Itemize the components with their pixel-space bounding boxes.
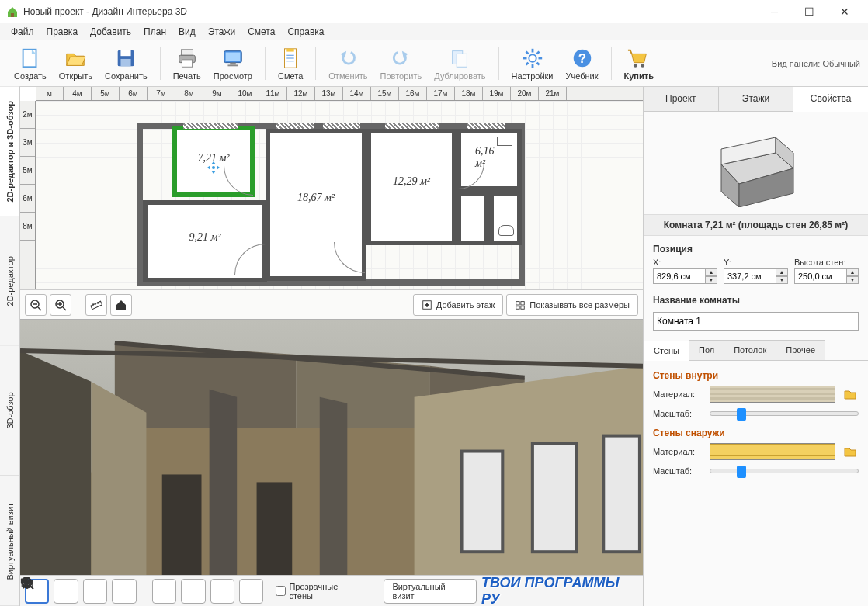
zoom-out-3d-button[interactable] [83, 579, 107, 604]
measure-button[interactable] [85, 294, 107, 316]
window-title: Новый проект - Дизайн Интерьера 3D [23, 6, 757, 17]
ruler-vertical: 2м3м5м6м8м [20, 101, 36, 289]
svg-line-28 [526, 51, 528, 54]
room-2[interactable]: 18,67 м² [266, 129, 366, 281]
menu-estimate[interactable]: Смета [241, 25, 281, 39]
tab-walls[interactable]: Стены [644, 341, 689, 361]
zoom-in-3d-button[interactable] [112, 579, 136, 604]
undo-button[interactable]: Отменить [322, 45, 373, 82]
close-button[interactable]: ✕ [827, 0, 862, 23]
panel-mode-link[interactable]: Обычный [822, 59, 860, 68]
save-button[interactable]: Сохранить [99, 45, 154, 82]
svg-rect-1 [11, 13, 14, 17]
svg-rect-22 [457, 54, 467, 67]
zoom-in-button[interactable] [50, 294, 71, 316]
svg-line-30 [526, 62, 528, 64]
svg-line-31 [536, 51, 539, 54]
floor-plan[interactable]: 7,21 м² 9,21 м² 18,67 м² 12,29 м² [36, 101, 643, 289]
estimate-button[interactable]: Смета [272, 45, 309, 82]
vtab-2d3d[interactable]: 2D-редактор и 3D-обзор [0, 87, 19, 216]
svg-rect-6 [121, 58, 131, 65]
inside-material-browse[interactable] [842, 386, 859, 403]
settings-button[interactable]: Настройки [505, 45, 560, 82]
svg-point-35 [641, 64, 644, 68]
room-4[interactable]: 6,16 м² [457, 129, 522, 191]
svg-point-23 [529, 54, 536, 61]
vertical-tabs: 2D-редактор и 3D-обзор 2D-редактор 3D-об… [0, 87, 20, 606]
tab-project[interactable]: Проект [644, 87, 719, 111]
menu-floors[interactable]: Этажи [202, 25, 241, 39]
show-dims-button[interactable]: Показывать все размеры [506, 294, 638, 316]
vtab-virtual[interactable]: Виртуальный визит [0, 476, 19, 607]
outside-scale-slider[interactable] [710, 469, 859, 473]
svg-rect-94 [21, 579, 28, 584]
virtual-visit-button[interactable]: Виртуальный визит [384, 579, 477, 604]
y-input[interactable]: ▲▼ [724, 268, 788, 284]
inside-scale-slider[interactable] [710, 411, 859, 416]
add-floor-button[interactable]: Добавить этаж [413, 294, 503, 316]
room-aux2[interactable] [489, 191, 522, 245]
svg-marker-36 [211, 161, 216, 164]
menu-add[interactable]: Добавить [84, 25, 137, 39]
watermark: ТВОИ ПРОГРАММЫ РУ [481, 575, 638, 607]
svg-rect-7 [181, 49, 193, 55]
reset-view-button[interactable] [152, 579, 176, 604]
minimize-button[interactable]: ─ [757, 0, 792, 23]
maximize-button[interactable]: ☐ [792, 0, 827, 23]
open-button[interactable]: Открыть [53, 45, 99, 82]
outside-material-browse[interactable] [842, 443, 859, 460]
zoom-out-button[interactable] [25, 294, 47, 316]
top-view-button[interactable] [181, 579, 205, 604]
outside-walls-title: Стены снаружи [653, 428, 859, 438]
tab-properties[interactable]: Свойства [793, 87, 868, 112]
svg-point-40 [212, 166, 215, 169]
svg-marker-38 [207, 165, 210, 170]
tab-floors[interactable]: Этажи [719, 87, 794, 111]
svg-rect-13 [227, 64, 238, 66]
menu-view[interactable]: Вид [172, 25, 202, 39]
svg-rect-69 [462, 452, 503, 552]
room-aux1[interactable] [457, 191, 489, 245]
vtab-3d[interactable]: 3D-обзор [0, 346, 19, 476]
tutorial-button[interactable]: ?Учебник [559, 45, 604, 82]
x-input[interactable]: ▲▼ [653, 268, 717, 284]
print-button[interactable]: Печать [167, 45, 207, 82]
transparent-walls-check[interactable]: Прозрачные стены [276, 582, 362, 601]
view-2d[interactable]: м4м5м6м7м8м9м10м11м12м13м14м15м16м17м18м… [20, 87, 643, 320]
outside-material-swatch[interactable] [710, 443, 835, 460]
titlebar: Новый проект - Дизайн Интерьера 3D ─ ☐ ✕ [0, 0, 868, 23]
tab-ceiling[interactable]: Потолок [724, 340, 776, 360]
room-5[interactable]: 9,21 м² [143, 200, 267, 282]
redo-button[interactable]: Повторить [374, 45, 429, 82]
app-icon [6, 5, 19, 18]
tab-other[interactable]: Прочее [776, 340, 825, 360]
inside-material-swatch[interactable] [710, 386, 835, 403]
room-3[interactable]: 12,29 м² [366, 129, 457, 245]
tab-floor[interactable]: Пол [689, 340, 724, 360]
view-3d[interactable]: 360 Прозрачные стены Виртуальный визит Т… [20, 320, 643, 606]
buy-button[interactable]: Купить [618, 45, 660, 82]
menu-plan[interactable]: План [137, 25, 172, 39]
svg-rect-15 [286, 48, 293, 51]
pan-button[interactable] [54, 579, 78, 604]
vtab-2d[interactable]: 2D-редактор [0, 216, 19, 347]
svg-rect-9 [182, 59, 192, 66]
home-button[interactable] [110, 294, 132, 316]
menu-file[interactable]: Файл [5, 25, 40, 39]
menu-edit[interactable]: Правка [40, 25, 85, 39]
room-1[interactable]: 7,21 м² [172, 126, 255, 197]
panel-mode: Вид панели: Обычный [772, 59, 860, 68]
room-name-input[interactable] [653, 312, 859, 331]
preview-button[interactable]: Просмотр [207, 45, 259, 82]
svg-marker-37 [211, 171, 216, 174]
svg-rect-5 [121, 50, 131, 56]
create-button[interactable]: Создать [8, 45, 53, 82]
screenshot-button[interactable] [239, 579, 263, 604]
view3d-toolbar: 360 Прозрачные стены Виртуальный визит Т… [20, 575, 643, 606]
menu-help[interactable]: Справка [281, 25, 330, 39]
position-label: Позиция [653, 244, 859, 255]
move-icon[interactable] [207, 161, 220, 174]
height-input[interactable]: ▲▼ [794, 268, 859, 284]
light-button[interactable] [210, 579, 234, 604]
duplicate-button[interactable]: Дублировать [428, 45, 491, 82]
